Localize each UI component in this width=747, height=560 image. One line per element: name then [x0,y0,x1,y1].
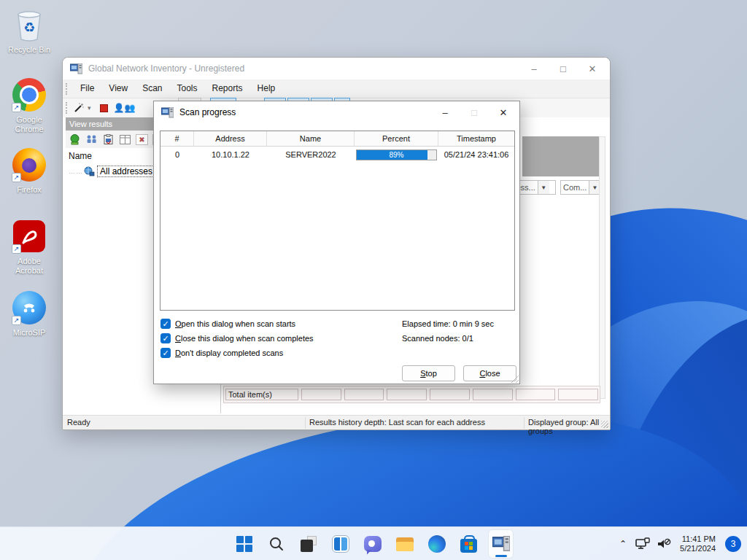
dialog-title: Scan progress [179,107,236,117]
windows-logo-icon [236,536,252,552]
desktop-icon-adobe-acrobat[interactable]: ↗ Adobe Acrobat [3,217,55,276]
scan-network-icon[interactable] [69,134,81,145]
clipboard-icon[interactable] [102,134,115,145]
tree-item-label[interactable]: All addresses [97,166,155,177]
stop-button[interactable]: Stop [402,365,455,381]
gni-app-icon [492,536,510,552]
desktops-app-button[interactable] [296,530,320,558]
desktop-icon-microsip[interactable]: ↗ MicroSIP [3,289,55,338]
task-view-icon [333,536,349,552]
dialog-titlebar[interactable]: Scan progress – □ ✕ [154,101,519,123]
stop-scan-icon[interactable] [100,104,108,112]
column-header-address[interactable]: Address [194,131,267,146]
acrobat-icon: ↗ [10,217,48,255]
resize-grip[interactable] [601,421,608,428]
desktop-icon-label: Recycle Bin [8,45,50,55]
volume-muted-icon[interactable] [656,537,672,551]
chat-button[interactable] [360,530,384,558]
computers-icon[interactable] [85,134,98,145]
desktop-icon-firefox[interactable]: ↗ Firefox [3,146,55,195]
toolbar-grip [66,83,69,95]
totals-cell [558,389,598,400]
status-separator [524,417,525,429]
clear-results-icon[interactable]: ✖ [136,134,148,145]
notification-count-badge[interactable]: 3 [725,536,741,552]
scan-table: # Address Name Percent Timestamp 0 10.10… [160,131,515,311]
totals-cell [430,389,470,400]
totals-cell [516,389,556,400]
desktop: ♻ Recycle Bin ↗ Google Chrome ↗ Firefox [0,0,747,560]
recycle-bin-icon: ♻ [10,6,48,44]
gni-app-button[interactable] [489,530,513,558]
status-bar: Ready Results history depth: Last scan f… [63,415,610,429]
cell-address: 10.10.1.22 [194,150,267,159]
progress-label: 89% [357,150,436,160]
users-icon[interactable]: 👥 [125,103,136,113]
checkbox-close-on-complete[interactable]: ✓ Close this dialog when scan completes [160,332,314,344]
store-button[interactable] [457,530,481,558]
cell-timestamp: 05/21/24 23:41:06 [438,150,514,159]
start-button[interactable] [232,530,256,558]
chevron-down-icon[interactable]: ▼ [538,181,549,194]
taskbar-clock[interactable]: 11:41 PM 5/21/2024 [680,534,716,553]
task-view-button[interactable] [328,530,352,558]
menu-scan[interactable]: Scan [135,79,169,98]
desktop-icon-label: MicroSIP [13,328,46,338]
tray-overflow-chevron-icon[interactable]: ⌃ [616,539,630,549]
menu-tools[interactable]: Tools [170,79,205,98]
dialog-close-button[interactable]: ✕ [489,103,518,122]
menu-file[interactable]: File [73,79,101,98]
close-button-dialog[interactable]: Close [463,365,516,381]
file-explorer-button[interactable] [392,530,417,558]
dialog-minimize-button[interactable]: – [430,103,460,122]
store-icon [460,539,477,553]
taskbar-center [232,527,513,560]
status-ready: Ready [67,418,90,427]
search-button[interactable] [264,530,288,558]
scan-progress-dialog: Scan progress – □ ✕ # Address Name Perce… [153,101,520,384]
menu-help[interactable]: Help [250,79,283,98]
shortcut-arrow-icon: ↗ [12,173,21,182]
menu-view[interactable]: View [101,79,135,98]
tree-connector: …… [69,168,83,175]
main-window-titlebar[interactable]: Global Network Inventory - Unregistered … [63,58,610,79]
desktop-icon-google-chrome[interactable]: ↗ Google Chrome [3,76,55,134]
com-dropdown[interactable]: Com... ▼ [560,180,601,195]
column-header-timestamp[interactable]: Timestamp [438,131,514,146]
dropdown-caret-icon[interactable]: ▾ [88,104,91,112]
cell-name: SERVER2022 [267,150,355,159]
column-header-index[interactable]: # [160,131,194,146]
checkbox-icon[interactable]: ✓ [160,348,171,358]
wizard-wand-icon[interactable] [73,102,85,114]
edge-icon [428,535,446,553]
menu-reports[interactable]: Reports [205,79,250,98]
desktop-icon-label: Adobe Acrobat [3,257,55,276]
totals-cell [344,389,384,400]
vertical-scrollbar[interactable] [599,136,605,399]
svg-text:♻: ♻ [23,20,35,35]
minimize-button[interactable]: – [519,59,549,78]
edge-button[interactable] [425,530,449,558]
cell-index: 0 [160,150,194,159]
checkbox-icon[interactable]: ✓ [160,333,171,343]
grid-view-icon[interactable] [119,134,131,145]
addresses-globe-icon [83,166,95,176]
checkbox-hide-completed[interactable]: ✓ Don't display completed scans [160,347,283,359]
clock-date: 5/21/2024 [680,544,716,553]
totals-cell [387,389,427,400]
desktop-icon-label: Google Chrome [3,115,55,134]
desktop-icon-recycle-bin[interactable]: ♻ Recycle Bin [3,6,55,55]
checkbox-open-on-start[interactable]: ✓ Open this dialog when scan starts [160,318,295,330]
close-button[interactable]: ✕ [578,59,607,78]
status-displayed-group: Displayed group: All groups [528,418,610,435]
network-icon[interactable] [635,537,651,551]
taskbar: ⌃ 11:41 PM 5/21/2024 3 [0,526,747,560]
checkbox-label: Don't display completed scans [175,349,283,357]
main-window-title: Global Network Inventory - Unregistered [88,63,244,74]
user-icon[interactable]: 👤 [114,103,125,113]
checkbox-icon[interactable]: ✓ [160,319,171,329]
column-header-name[interactable]: Name [267,131,355,146]
column-header-percent[interactable]: Percent [355,131,438,146]
scan-table-row[interactable]: 0 10.10.1.22 SERVER2022 89% 05/21/24 23:… [160,147,514,163]
maximize-button[interactable]: □ [549,59,578,78]
